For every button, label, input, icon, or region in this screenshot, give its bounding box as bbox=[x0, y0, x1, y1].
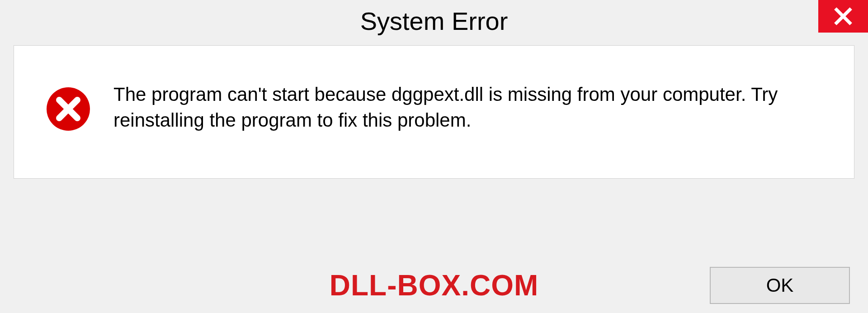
ok-button[interactable]: OK bbox=[710, 267, 850, 304]
error-message: The program can't start because dggpext.… bbox=[113, 82, 827, 133]
close-button[interactable] bbox=[818, 0, 868, 33]
ok-button-label: OK bbox=[766, 275, 794, 296]
error-icon bbox=[46, 86, 91, 132]
dialog-title: System Error bbox=[360, 6, 508, 36]
titlebar: System Error bbox=[0, 0, 868, 41]
close-icon bbox=[833, 6, 853, 26]
watermark-text: DLL-BOX.COM bbox=[330, 269, 539, 302]
content-panel: The program can't start because dggpext.… bbox=[14, 45, 854, 179]
footer: DLL-BOX.COM OK bbox=[0, 267, 868, 304]
